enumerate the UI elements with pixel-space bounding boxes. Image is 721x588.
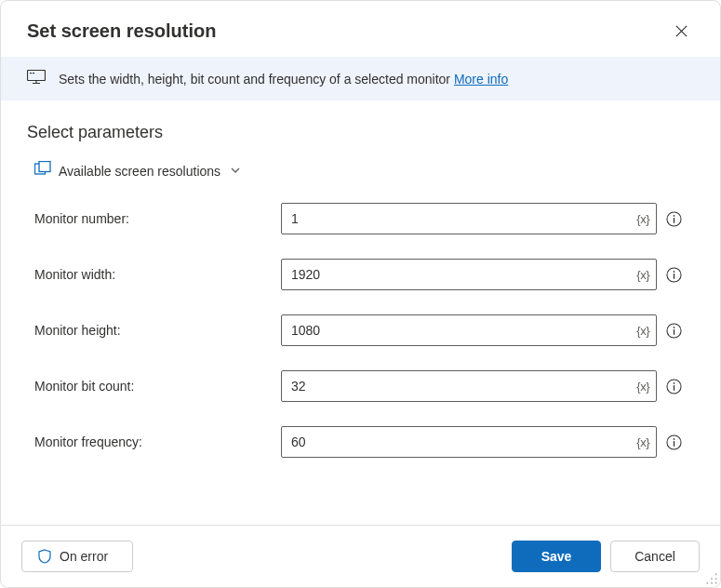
svg-point-11	[674, 271, 675, 273]
dialog-content: Select parameters Available screen resol…	[1, 100, 720, 525]
svg-rect-0	[28, 71, 46, 81]
on-error-button[interactable]: On error	[21, 541, 133, 572]
svg-point-8	[674, 215, 675, 217]
insert-variable-button[interactable]: {x}	[636, 324, 649, 338]
variables-icon	[34, 161, 51, 180]
info-icon[interactable]	[666, 323, 682, 339]
info-icon[interactable]	[666, 434, 682, 450]
param-label: Monitor height:	[34, 323, 281, 338]
close-button[interactable]	[668, 18, 694, 44]
on-error-label: On error	[60, 549, 108, 564]
svg-point-14	[674, 327, 675, 328]
monitor-frequency-input[interactable]	[281, 426, 657, 458]
param-label: Monitor frequency:	[34, 434, 281, 449]
cancel-button[interactable]: Cancel	[610, 541, 700, 572]
info-icon[interactable]	[666, 267, 682, 283]
param-row-monitor-frequency: Monitor frequency: {x}	[27, 426, 694, 458]
dialog-header: Set screen resolution	[1, 1, 720, 57]
info-banner: Sets the width, height, bit count and fr…	[1, 57, 720, 100]
svg-point-17	[674, 382, 675, 384]
svg-rect-15	[674, 329, 674, 335]
footer-actions: Save Cancel	[512, 541, 700, 572]
svg-rect-18	[674, 385, 674, 391]
param-label: Monitor number:	[34, 211, 281, 226]
param-field: {x}	[281, 203, 657, 234]
close-icon	[674, 24, 688, 38]
param-label: Monitor width:	[34, 267, 281, 282]
monitor-bit-count-input[interactable]	[281, 370, 657, 402]
more-info-link[interactable]: More info	[454, 72, 508, 87]
svg-rect-12	[674, 274, 674, 279]
param-row-monitor-number: Monitor number: {x}	[27, 203, 694, 234]
param-field: {x}	[281, 370, 657, 402]
dialog: Set screen resolution Sets the width, he…	[0, 0, 721, 588]
param-row-monitor-bit-count: Monitor bit count: {x}	[27, 370, 694, 402]
available-resolutions-toggle[interactable]: Available screen resolutions	[27, 161, 694, 180]
monitor-width-input[interactable]	[281, 259, 657, 290]
dialog-footer: On error Save Cancel	[1, 525, 720, 587]
svg-rect-2	[33, 73, 34, 74]
save-button[interactable]: Save	[512, 541, 601, 572]
insert-variable-button[interactable]: {x}	[636, 380, 649, 394]
svg-rect-6	[39, 162, 50, 172]
insert-variable-button[interactable]: {x}	[636, 268, 649, 282]
svg-point-20	[674, 438, 675, 440]
insert-variable-button[interactable]: {x}	[636, 212, 649, 226]
banner-text: Sets the width, height, bit count and fr…	[59, 72, 508, 87]
insert-variable-button[interactable]: {x}	[636, 435, 649, 449]
info-icon[interactable]	[666, 211, 682, 227]
available-resolutions-label: Available screen resolutions	[59, 164, 220, 179]
monitor-number-input[interactable]	[281, 203, 657, 234]
svg-rect-1	[30, 73, 32, 74]
section-title: Select parameters	[27, 123, 694, 142]
param-label: Monitor bit count:	[34, 379, 281, 394]
chevron-down-icon	[230, 164, 241, 179]
param-row-monitor-width: Monitor width: {x}	[27, 259, 694, 290]
monitor-height-input[interactable]	[281, 314, 657, 346]
dialog-title: Set screen resolution	[27, 20, 216, 42]
svg-rect-21	[674, 441, 674, 447]
param-field: {x}	[281, 314, 657, 346]
svg-rect-9	[674, 218, 674, 223]
info-icon[interactable]	[666, 379, 682, 394]
param-row-monitor-height: Monitor height: {x}	[27, 314, 694, 346]
shield-icon	[37, 549, 52, 564]
param-field: {x}	[281, 259, 657, 290]
param-field: {x}	[281, 426, 657, 458]
workstation-icon	[27, 70, 46, 87]
